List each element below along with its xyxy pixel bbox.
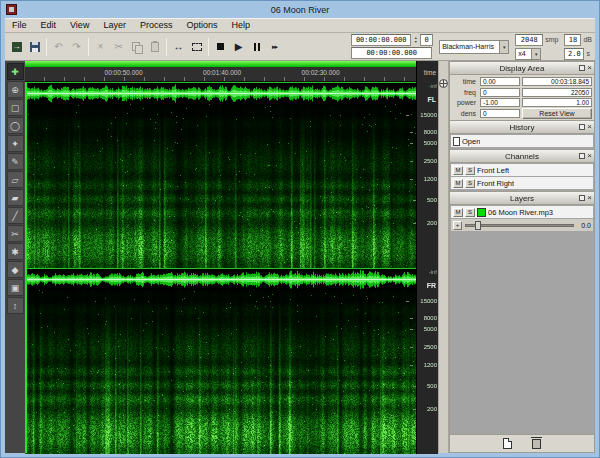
spectrogram-canvas-fr[interactable] <box>25 290 416 454</box>
paste-button[interactable] <box>146 38 163 56</box>
float-panel-icon[interactable] <box>579 195 585 201</box>
float-panel-icon[interactable] <box>579 65 585 71</box>
spectrogram-front-right[interactable] <box>25 290 416 454</box>
solo-button[interactable]: S <box>465 166 475 175</box>
dens-min-value[interactable]: 0 <box>480 109 520 118</box>
menu-layer[interactable]: Layer <box>96 19 133 32</box>
display-area-titlebar[interactable]: Display Area × <box>450 62 594 75</box>
counter-field[interactable]: 0 <box>420 34 433 46</box>
stop-button[interactable] <box>212 38 229 56</box>
delete-layer-icon[interactable] <box>532 439 541 449</box>
recenter-knob-icon[interactable] <box>439 79 448 88</box>
rect-select-tool-button[interactable]: ▢ <box>7 99 24 116</box>
hand-tool-button[interactable]: ✱ <box>7 243 24 260</box>
time-selection-field[interactable]: 00:00:00.000 <box>351 47 432 59</box>
line-tool-button[interactable]: ╱ <box>7 207 24 224</box>
window-function-dropdown[interactable]: Blackman-Harris ▾ <box>439 40 509 54</box>
close-panel-icon[interactable]: × <box>587 123 592 131</box>
gain-field[interactable]: 18 <box>564 34 581 46</box>
cut-button[interactable]: ✂ <box>110 38 127 56</box>
menu-edit[interactable]: Edit <box>34 19 64 32</box>
scissors-tool-button[interactable]: ✂ <box>7 225 24 242</box>
waveform-canvas-fl[interactable] <box>25 83 416 104</box>
freq-ruler-fl[interactable]: 15000 8000 5000 2500 1200 500 200 <box>416 104 438 268</box>
menu-file[interactable]: File <box>5 19 34 32</box>
fast-forward-button[interactable]: ▸▸ <box>266 38 283 56</box>
float-panel-icon[interactable] <box>579 153 585 159</box>
move-button[interactable]: ↔ <box>170 38 187 56</box>
pause-button[interactable] <box>248 38 265 56</box>
freq-max-value[interactable]: 22050 <box>522 88 592 97</box>
magic-wand-tool-button[interactable]: ✦ <box>7 135 24 152</box>
selection-button[interactable] <box>188 38 205 56</box>
save-button[interactable] <box>26 38 43 56</box>
mute-button[interactable]: M <box>453 208 463 217</box>
view-panel-splitter[interactable] <box>438 61 449 453</box>
freq-min-value[interactable]: 0 <box>480 88 520 97</box>
menu-options[interactable]: Options <box>179 19 224 32</box>
channels-titlebar[interactable]: Channels × <box>450 150 594 163</box>
delete-button[interactable]: × <box>92 38 109 56</box>
menu-view[interactable]: View <box>63 19 96 32</box>
time-position-field[interactable]: 00:00:00.000 <box>351 34 411 46</box>
mute-button[interactable]: M <box>453 179 463 188</box>
solo-button[interactable]: S <box>465 208 475 217</box>
span-field[interactable]: 2.0 <box>564 48 584 60</box>
pencil-tool-button[interactable]: ✎ <box>7 153 24 170</box>
history-item-open[interactable]: Open <box>451 135 593 147</box>
redo-button[interactable]: ↷ <box>68 38 85 56</box>
display-row-time: time 0.00 00:03:18.845 <box>452 77 592 87</box>
waveform-front-right[interactable] <box>25 268 416 290</box>
freq-ruler-fr[interactable]: 15000 8000 5000 2500 1200 500 200 <box>416 290 438 454</box>
power-min-value[interactable]: -1.00 <box>480 98 520 107</box>
layer-gain-slider[interactable] <box>465 224 574 227</box>
spectrogram-front-left[interactable] <box>25 104 416 268</box>
brush-tool-button[interactable]: ▰ <box>7 189 24 206</box>
playhead[interactable] <box>25 82 27 453</box>
layers-titlebar[interactable]: Layers × <box>450 192 594 205</box>
time-spinner[interactable]: ▴▾ <box>412 36 419 44</box>
new-layer-icon[interactable] <box>503 438 512 449</box>
spectrogram-canvas-fl[interactable] <box>25 104 416 268</box>
waveform-ruler-fl[interactable]: -inf FL <box>416 82 438 104</box>
lasso-tool-button[interactable]: ◯ <box>7 117 24 134</box>
pan-tool-button[interactable]: ✚ <box>7 63 24 80</box>
menu-process[interactable]: Process <box>133 19 180 32</box>
waveform-front-left[interactable] <box>25 82 416 104</box>
fft-size-field[interactable]: 2048 <box>515 34 543 46</box>
menu-help[interactable]: Help <box>224 19 257 32</box>
close-panel-icon[interactable]: × <box>587 152 592 160</box>
undo-button[interactable]: ↶ <box>50 38 67 56</box>
import-button[interactable]: → <box>8 38 25 56</box>
clone-stamp-tool-button[interactable]: ▣ <box>7 279 24 296</box>
waveform-ruler-fr[interactable]: -inf FR <box>416 268 438 290</box>
history-titlebar[interactable]: History × <box>450 121 594 134</box>
channel-row-front-right[interactable]: M S Front Right <box>451 177 593 189</box>
eraser-tool-button[interactable]: ▱ <box>7 171 24 188</box>
app-icon[interactable] <box>6 4 17 15</box>
zoom-dropdown[interactable]: x4 ▾ <box>515 48 541 60</box>
copy-button[interactable] <box>128 38 145 56</box>
zoom-tool-button[interactable]: ⊕ <box>7 81 24 98</box>
layer-color-chip[interactable] <box>477 208 486 217</box>
measure-tool-button[interactable]: ↕ <box>7 297 24 314</box>
close-panel-icon[interactable]: × <box>587 194 592 202</box>
eyedropper-tool-button[interactable]: ◆ <box>7 261 24 278</box>
layer-row[interactable]: M S 06 Moon River.mp3 <box>451 206 593 218</box>
float-panel-icon[interactable] <box>579 124 585 130</box>
titlebar[interactable]: 06 Moon River <box>5 1 595 18</box>
solo-button[interactable]: S <box>465 179 475 188</box>
time-min-value[interactable]: 0.00 <box>480 77 520 86</box>
time-max-value[interactable]: 00:03:18.845 <box>522 77 592 86</box>
reset-view-button[interactable]: Reset View <box>522 108 592 119</box>
channel-row-front-left[interactable]: M S Front Left <box>451 164 593 176</box>
close-panel-icon[interactable]: × <box>587 64 592 72</box>
time-ruler[interactable]: 00:00:50.000 00:01:40.000 00:02:30.000 <box>25 67 416 82</box>
waveform-canvas-fr[interactable] <box>25 269 416 290</box>
mute-button[interactable]: M <box>453 166 463 175</box>
power-max-value[interactable]: 1.00 <box>522 98 592 107</box>
freq-tick: 8000 <box>424 129 437 135</box>
play-button[interactable]: ▶ <box>230 38 247 56</box>
slider-handle[interactable] <box>475 221 481 230</box>
layer-expand-button[interactable]: + <box>453 221 462 230</box>
